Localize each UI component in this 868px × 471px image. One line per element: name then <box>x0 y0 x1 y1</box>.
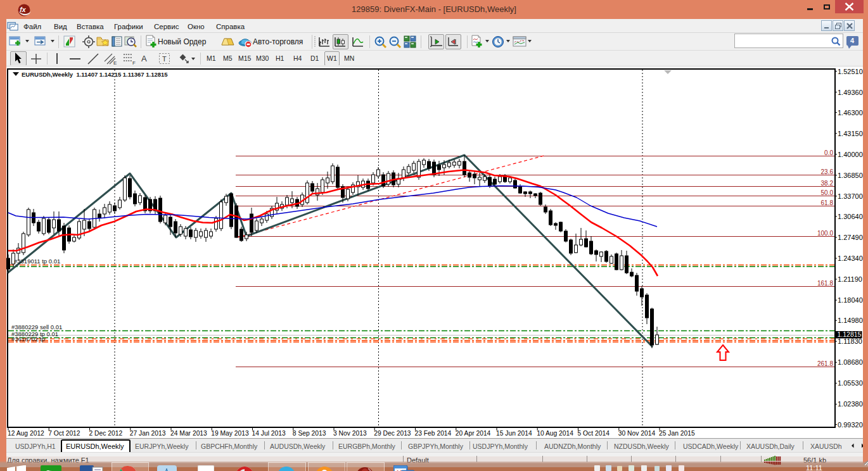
svg-text:1.52510: 1.52510 <box>838 68 863 75</box>
svg-text:1.12815: 1.12815 <box>838 330 862 338</box>
svg-text:1.21190: 1.21190 <box>838 275 862 283</box>
svg-text:#3618702 tp: #3618702 tp <box>11 336 45 342</box>
svg-text:1.08680: 1.08680 <box>838 358 863 366</box>
svg-text:38.2: 38.2 <box>821 180 834 187</box>
svg-text:1.24340: 1.24340 <box>838 254 863 262</box>
svg-text:8 Sep 2013: 8 Sep 2013 <box>293 430 326 437</box>
svg-text:1.36850: 1.36850 <box>838 172 863 179</box>
svg-text:0.99320: 0.99320 <box>838 421 863 429</box>
svg-text:1.14980: 1.14980 <box>838 317 863 324</box>
svg-text:20 Apr 2014: 20 Apr 2014 <box>456 430 491 437</box>
svg-text:1.33700: 1.33700 <box>838 192 863 200</box>
svg-text:161.8: 161.8 <box>817 280 833 287</box>
svg-text:1.43150: 1.43150 <box>838 130 863 137</box>
svg-text:29 Dec 2013: 29 Dec 2013 <box>374 430 411 437</box>
svg-text:3 Nov 2013: 3 Nov 2013 <box>333 430 367 437</box>
svg-text:1.02380: 1.02380 <box>838 400 863 408</box>
svg-text:1.05530: 1.05530 <box>838 379 863 387</box>
svg-text:12 Aug 2012: 12 Aug 2012 <box>8 430 44 437</box>
svg-text:0.0: 0.0 <box>824 149 833 156</box>
svg-text:261.8: 261.8 <box>817 360 833 367</box>
svg-text:7 Oct 2012: 7 Oct 2012 <box>48 430 80 437</box>
svg-text:23 Feb 2014: 23 Feb 2014 <box>415 430 452 437</box>
svg-text:19 May 2013: 19 May 2013 <box>211 430 249 437</box>
svg-text:#3880229 sell 0.01: #3880229 sell 0.01 <box>11 323 62 330</box>
svg-text:30 Nov 2014: 30 Nov 2014 <box>618 430 656 437</box>
svg-text:EURUSDh,Weekly 1.11407 1.1421: EURUSDh,Weekly 1.11407 1.14215 1.11367 1… <box>22 71 168 78</box>
svg-text:1.30640: 1.30640 <box>838 213 863 220</box>
svg-text:1.46300: 1.46300 <box>838 109 863 116</box>
svg-text:#3319011 tp 0.01: #3319011 tp 0.01 <box>14 258 60 265</box>
svg-text:61.8: 61.8 <box>821 199 834 206</box>
svg-text:23.6: 23.6 <box>821 168 834 175</box>
svg-text:14 Jul 2013: 14 Jul 2013 <box>252 430 286 437</box>
svg-text:T: T <box>162 55 167 63</box>
svg-text:25 Jan 2015: 25 Jan 2015 <box>659 430 695 437</box>
svg-text:1.11830: 1.11830 <box>838 337 862 345</box>
svg-text:10 Aug 2014: 10 Aug 2014 <box>537 430 573 437</box>
svg-text:100.0: 100.0 <box>817 230 833 237</box>
svg-text:1.49360: 1.49360 <box>838 89 863 96</box>
svg-text:50.0: 50.0 <box>821 189 834 196</box>
svg-text:5 Oct 2014: 5 Oct 2014 <box>578 430 610 437</box>
svg-text:1.27490: 1.27490 <box>838 234 863 241</box>
svg-text:1.40000: 1.40000 <box>838 151 863 158</box>
svg-text:2 Dec 2012: 2 Dec 2012 <box>89 430 123 437</box>
svg-text:27 Jan 2013: 27 Jan 2013 <box>130 430 166 437</box>
svg-text:24 Mar 2013: 24 Mar 2013 <box>170 430 207 437</box>
svg-text:1.18040: 1.18040 <box>838 296 863 304</box>
svg-text:15 Jun 2014: 15 Jun 2014 <box>496 430 532 437</box>
